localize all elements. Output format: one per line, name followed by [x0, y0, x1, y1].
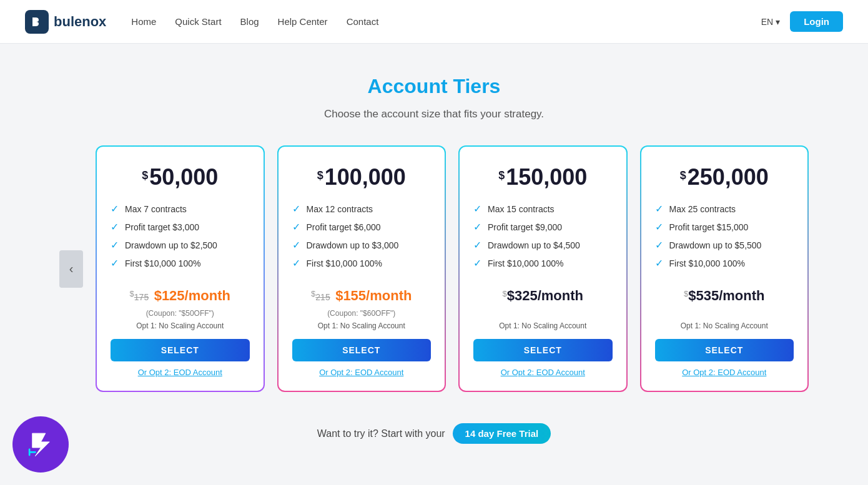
eod-link-250k[interactable]: Or Opt 2: EOD Account [682, 368, 766, 377]
feature-item: ✓Max 7 contracts [111, 203, 250, 215]
nav-links: Home Quick Start Blog Help Center Contac… [131, 16, 761, 27]
page-subtitle: Choose the account size that fits your s… [324, 108, 544, 120]
language-selector[interactable]: EN ▾ [761, 17, 780, 27]
nav-helpcenter[interactable]: Help Center [278, 16, 328, 27]
check-icon: ✓ [111, 257, 119, 269]
feature-item: ✓Profit target $6,000 [292, 221, 432, 233]
features-100k: ✓Max 12 contracts ✓Profit target $6,000 … [292, 203, 432, 275]
floating-logo[interactable] [12, 416, 69, 473]
feature-item: ✓Max 12 contracts [292, 203, 432, 215]
nav-home[interactable]: Home [131, 16, 156, 27]
opt1-50k: Opt 1: No Scaling Account [136, 321, 224, 330]
check-icon: ✓ [111, 221, 119, 233]
logo-text: bulenox [54, 14, 106, 30]
feature-item: ✓First $10,000 100% [111, 257, 250, 269]
eod-link-100k[interactable]: Or Opt 2: EOD Account [319, 368, 403, 377]
eod-link-50k[interactable]: Or Opt 2: EOD Account [138, 368, 222, 377]
feature-item: ✓First $10,000 100% [655, 257, 794, 269]
card-50k: $ 50,000 ✓Max 7 contracts ✓Profit target… [96, 145, 265, 392]
select-button-250k[interactable]: SELECT [655, 339, 794, 361]
trial-button[interactable]: 14 day Free Trial [453, 423, 551, 444]
check-icon: ✓ [473, 221, 481, 233]
feature-item: ✓Max 15 contracts [473, 203, 613, 215]
trial-text: Want to try it? Start with your [317, 428, 445, 439]
features-250k: ✓Max 25 contracts ✓Profit target $15,000… [655, 203, 794, 275]
card-100k: $ 100,000 ✓Max 12 contracts ✓Profit targ… [277, 145, 446, 392]
check-icon: ✓ [655, 239, 663, 251]
price-section-250k: $$535/month [655, 288, 794, 304]
coupon-250k [723, 309, 725, 318]
logo[interactable]: bulenox [25, 10, 106, 34]
select-button-150k[interactable]: SELECT [473, 339, 613, 361]
feature-item: ✓Drawdown up to $2,500 [111, 239, 250, 251]
check-icon: ✓ [655, 203, 663, 215]
feature-item: ✓First $10,000 100% [292, 257, 432, 269]
eod-link-150k[interactable]: Or Opt 2: EOD Account [501, 368, 585, 377]
feature-item: ✓Profit target $15,000 [655, 221, 794, 233]
feature-item: ✓Drawdown up to $3,000 [292, 239, 432, 251]
select-button-100k[interactable]: SELECT [292, 339, 432, 361]
check-icon: ✓ [111, 203, 119, 215]
nav-right: EN ▾ Login [761, 11, 843, 32]
opt1-150k: Opt 1: No Scaling Account [499, 321, 586, 330]
main-content: Account Tiers Choose the account size th… [0, 44, 868, 481]
opt1-250k: Opt 1: No Scaling Account [681, 321, 768, 330]
card-amount-150k: $ 150,000 [498, 164, 587, 190]
prev-arrow[interactable]: ‹ [59, 250, 83, 288]
feature-item: ✓Profit target $3,000 [111, 221, 250, 233]
check-icon: ✓ [292, 257, 300, 269]
coupon-100k: (Coupon: "$60OFF") [327, 309, 395, 318]
cards-wrapper: ‹ $ 50,000 ✓Max 7 contracts ✓Profit targ… [59, 145, 809, 392]
check-icon: ✓ [292, 239, 300, 251]
price-section-100k: $215 $155/month [292, 288, 432, 304]
select-button-50k[interactable]: SELECT [111, 339, 250, 361]
features-50k: ✓Max 7 contracts ✓Profit target $3,000 ✓… [111, 203, 250, 275]
price-section-150k: $$325/month [473, 288, 613, 304]
features-150k: ✓Max 15 contracts ✓Profit target $9,000 … [473, 203, 613, 275]
check-icon: ✓ [655, 221, 663, 233]
chevron-down-icon: ▾ [776, 17, 780, 27]
feature-item: ✓Drawdown up to $5,500 [655, 239, 794, 251]
login-button[interactable]: Login [790, 11, 843, 32]
check-icon: ✓ [473, 257, 481, 269]
check-icon: ✓ [473, 239, 481, 251]
check-icon: ✓ [292, 221, 300, 233]
logo-icon [25, 10, 49, 34]
card-amount-250k: $ 250,000 [680, 164, 769, 190]
coupon-150k [542, 309, 544, 318]
cards-container: $ 50,000 ✓Max 7 contracts ✓Profit target… [96, 145, 809, 392]
nav-blog[interactable]: Blog [240, 16, 259, 27]
feature-item: ✓Max 25 contracts [655, 203, 794, 215]
card-amount-50k: $ 50,000 [142, 164, 218, 190]
card-250k: $ 250,000 ✓Max 25 contracts ✓Profit targ… [640, 145, 809, 392]
check-icon: ✓ [292, 203, 300, 215]
price-section-50k: $175 $125/month [111, 288, 250, 304]
nav-quickstart[interactable]: Quick Start [175, 16, 221, 27]
opt1-100k: Opt 1: No Scaling Account [318, 321, 405, 330]
card-amount-100k: $ 100,000 [317, 164, 406, 190]
trial-section: Want to try it? Start with your 14 day F… [317, 423, 551, 444]
check-icon: ✓ [473, 203, 481, 215]
navbar: bulenox Home Quick Start Blog Help Cente… [0, 0, 868, 44]
card-150k: $ 150,000 ✓Max 15 contracts ✓Profit targ… [458, 145, 628, 392]
feature-item: ✓First $10,000 100% [473, 257, 613, 269]
feature-item: ✓Profit target $9,000 [473, 221, 613, 233]
nav-contact[interactable]: Contact [347, 16, 379, 27]
feature-item: ✓Drawdown up to $4,500 [473, 239, 613, 251]
page-title: Account Tiers [368, 75, 501, 98]
check-icon: ✓ [655, 257, 663, 269]
check-icon: ✓ [111, 239, 119, 251]
coupon-50k: (Coupon: "$50OFF") [146, 309, 214, 318]
